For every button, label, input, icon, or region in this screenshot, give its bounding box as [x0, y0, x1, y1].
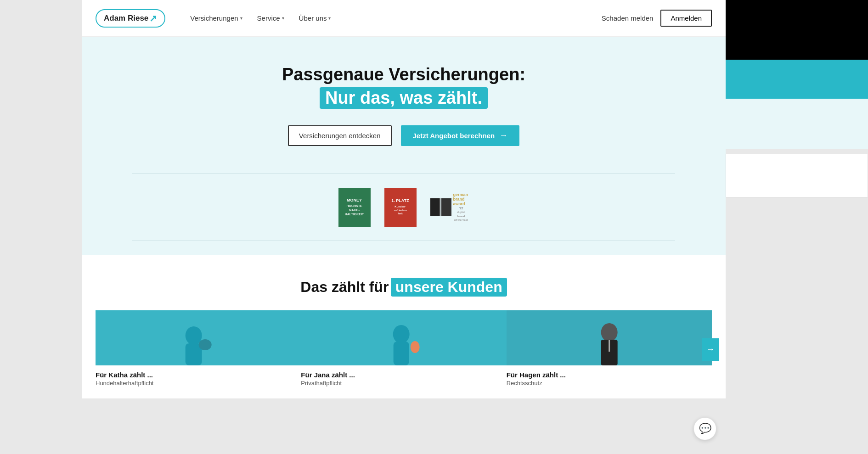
- logo-text: Adam Riese: [104, 14, 148, 23]
- gba-books: [430, 198, 451, 216]
- right-panel: [726, 0, 868, 454]
- money-badge: MONEY HÖCHSTENACH-HALTIGKEIT: [338, 188, 371, 227]
- logo[interactable]: Adam Riese ↗: [96, 9, 165, 28]
- customer-image-hagen: [507, 310, 712, 365]
- hero-title-plain: Passgenaue Versicherungen:: [96, 64, 712, 85]
- chat-icon: 💬: [699, 423, 711, 435]
- chat-button[interactable]: 💬: [693, 417, 716, 440]
- katha-figure: [96, 310, 301, 365]
- customer-name-hagen: Für Hagen zählt ...: [507, 371, 712, 379]
- carousel-next-button[interactable]: →: [702, 338, 719, 361]
- left-sidebar: [0, 0, 82, 454]
- right-panel-black: [726, 0, 868, 60]
- calculate-offer-label: Jetzt Angebot berechnen: [413, 132, 495, 140]
- navbar: Adam Riese ↗ Versicherungen ▾ Service ▾ …: [82, 0, 726, 37]
- gba-text: germanbrandaward '22 digital brandof the…: [453, 192, 469, 222]
- chevron-down-icon: ▾: [282, 16, 284, 21]
- customer-name-katha: Für Katha zählt ...: [96, 371, 301, 379]
- calculate-offer-button[interactable]: Jetzt Angebot berechnen →: [401, 125, 520, 146]
- award-money: MONEY HÖCHSTENACH-HALTIGKEIT: [338, 188, 371, 227]
- gba-year: '22: [453, 206, 469, 211]
- customers-title-highlight: unsere Kunden: [391, 278, 507, 297]
- hero-buttons: Versicherungen entdecken Jetzt Angebot b…: [96, 125, 712, 146]
- svg-rect-4: [394, 342, 409, 365]
- hero-section: Passgenaue Versicherungen: Nur das, was …: [82, 37, 726, 164]
- gba-badge: germanbrandaward '22 digital brandof the…: [430, 188, 469, 227]
- customer-image-jana: [301, 310, 506, 365]
- nav-link-service-label: Service: [257, 14, 280, 22]
- right-panel-white: [726, 154, 868, 197]
- logo-wrapper[interactable]: Adam Riese ↗: [96, 9, 165, 28]
- money-sublabel: HÖCHSTENACH-HALTIGKEIT: [345, 204, 364, 216]
- customer-product-katha: Hundehalterhaftpflicht: [96, 380, 301, 387]
- customer-name-jana: Für Jana zählt ...: [301, 371, 506, 379]
- right-panel-teal: [726, 60, 868, 99]
- awards-divider-top: [132, 174, 675, 174]
- svg-point-6: [601, 323, 617, 342]
- customers-section: Das zählt für unsere Kunden Für Katha zä…: [82, 255, 726, 398]
- iro-badge: 1. PLATZ Kunden-zufrieden-heit: [384, 188, 417, 227]
- customer-product-hagen: Rechtsschutz: [507, 380, 712, 387]
- customer-info-jana: Für Jana zählt ... Privathaftpflicht: [301, 365, 506, 389]
- gba-title: germanbrandaward: [453, 192, 469, 206]
- nav-link-service[interactable]: Service ▾: [251, 11, 291, 26]
- nav-link-ueber-uns-label: Über uns: [299, 14, 327, 22]
- hero-title-highlight: Nur das, was zählt.: [320, 87, 488, 109]
- logo-arrow-icon: ↗: [149, 13, 157, 24]
- customer-product-jana: Privathaftpflicht: [301, 380, 506, 387]
- svg-point-3: [393, 325, 410, 343]
- chevron-down-icon: ▾: [328, 16, 331, 21]
- customer-info-katha: Für Katha zählt ... Hundehalterhaftpflic…: [96, 365, 301, 389]
- customers-title-row: Das zählt für unsere Kunden: [96, 278, 712, 297]
- customer-card-katha: Für Katha zählt ... Hundehalterhaftpflic…: [96, 310, 301, 389]
- discover-insurance-button[interactable]: Versicherungen entdecken: [288, 125, 392, 146]
- award-iro: 1. PLATZ Kunden-zufrieden-heit: [384, 188, 417, 227]
- customer-info-hagen: Für Hagen zählt ... Rechtsschutz: [507, 365, 712, 389]
- awards-row: MONEY HÖCHSTENACH-HALTIGKEIT 1. PLATZ Ku…: [96, 183, 712, 231]
- customers-cards: Für Katha zählt ... Hundehalterhaftpflic…: [96, 310, 712, 389]
- awards-section: MONEY HÖCHSTENACH-HALTIGKEIT 1. PLATZ Ku…: [82, 164, 726, 255]
- svg-point-2: [199, 339, 212, 350]
- nav-link-versicherungen[interactable]: Versicherungen ▾: [184, 11, 248, 26]
- customer-card-jana: Für Jana zählt ... Privathaftpflicht: [301, 310, 506, 389]
- nav-link-versicherungen-label: Versicherungen: [190, 14, 238, 22]
- award-gba: germanbrandaward '22 digital brandof the…: [430, 188, 469, 227]
- nav-links: Versicherungen ▾ Service ▾ Über uns ▾: [184, 11, 602, 26]
- book-left: [430, 198, 440, 216]
- jana-figure: [301, 310, 506, 365]
- customer-image-katha: [96, 310, 301, 365]
- anmelden-button[interactable]: Anmelden: [660, 10, 712, 27]
- gba-tag: digital brandof the year: [453, 210, 469, 222]
- nav-actions: Schaden melden Anmelden: [602, 10, 712, 27]
- arrow-right-icon: →: [499, 131, 507, 140]
- right-panel-light: [726, 99, 868, 149]
- svg-point-5: [411, 341, 420, 353]
- book-right: [441, 198, 451, 216]
- carousel-next-icon: →: [706, 345, 715, 354]
- iro-rank: 1. PLATZ: [391, 198, 409, 204]
- customers-title-plain: Das zählt für: [300, 279, 389, 295]
- iro-label: Kunden-zufrieden-heit: [394, 205, 407, 216]
- main-content: Adam Riese ↗ Versicherungen ▾ Service ▾ …: [82, 0, 726, 454]
- gba-inner: germanbrandaward '22 digital brandof the…: [430, 192, 469, 222]
- chevron-down-icon: ▾: [240, 16, 242, 21]
- nav-link-ueber-uns[interactable]: Über uns ▾: [293, 11, 338, 26]
- customer-card-hagen: Für Hagen zählt ... Rechtsschutz: [507, 310, 712, 389]
- money-label: MONEY: [347, 198, 362, 203]
- svg-point-0: [186, 326, 202, 345]
- schaden-melden-link[interactable]: Schaden melden: [602, 14, 654, 22]
- hagen-figure: [507, 310, 712, 365]
- awards-divider-bottom: [132, 241, 675, 241]
